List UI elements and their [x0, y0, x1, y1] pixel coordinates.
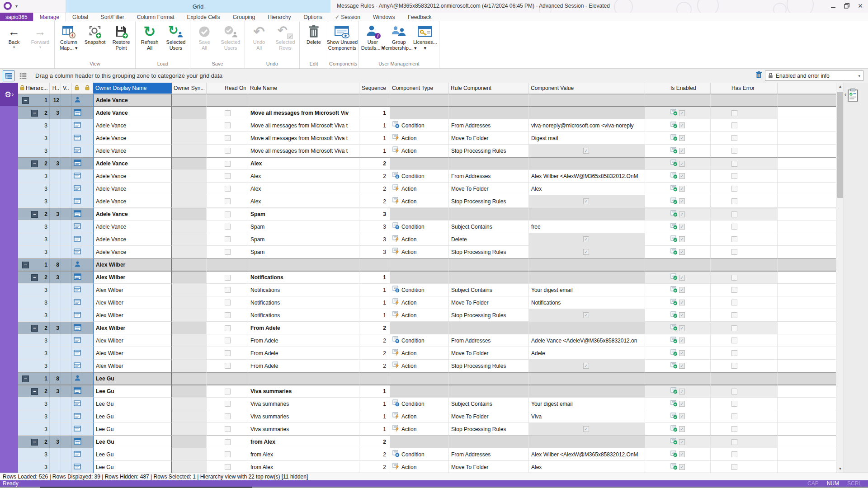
empty-checkbox[interactable]	[731, 249, 737, 255]
jobs-panel-collapsed[interactable]	[0, 83, 18, 473]
checked-checkbox[interactable]: ✓	[679, 300, 685, 305]
empty-checkbox[interactable]	[731, 122, 737, 128]
checked-checkbox[interactable]: ✓	[679, 148, 685, 154]
quick-access-caret-icon[interactable]: ▾	[15, 4, 18, 9]
collapse-toggle[interactable]: −	[22, 262, 29, 268]
empty-checkbox[interactable]	[731, 275, 737, 281]
checked-checkbox[interactable]: ✓	[679, 401, 685, 407]
restore-button[interactable]	[840, 0, 854, 12]
checked-checkbox[interactable]: ✓	[679, 451, 685, 457]
empty-checkbox[interactable]	[225, 211, 231, 217]
empty-checkbox[interactable]	[731, 211, 737, 217]
column-header-v-[interactable]: V..	[61, 83, 72, 94]
column-header-owner-display-name[interactable]: Owner Display Name	[93, 83, 172, 94]
collapse-toggle[interactable]: −	[31, 325, 38, 332]
column-header-owner-syn-[interactable]: Owner Syn...	[172, 83, 207, 94]
grid-row-level3[interactable]: 3Adele VanceMove all messages from Micro…	[18, 145, 836, 157]
empty-checkbox[interactable]	[225, 275, 231, 281]
grid-row-level1[interactable]: −112Adele Vance	[18, 94, 836, 107]
collapse-toggle[interactable]: −	[31, 160, 38, 167]
tab-hierarchy[interactable]: Hierarchy	[261, 13, 297, 21]
empty-checkbox[interactable]	[225, 249, 231, 255]
empty-checkbox[interactable]	[731, 451, 737, 457]
tab-options[interactable]: Options	[297, 13, 329, 21]
minimize-button[interactable]	[826, 0, 840, 12]
scroll-down-icon[interactable]: ▼	[836, 465, 844, 473]
checked-checkbox[interactable]: ✓	[679, 287, 685, 293]
empty-checkbox[interactable]	[731, 135, 737, 141]
view-filter-dropdown[interactable]: Enabled and error info ▾	[765, 70, 863, 81]
empty-checkbox[interactable]	[731, 161, 737, 167]
background-jobs-icon[interactable]: ⚙ ›	[0, 83, 18, 106]
collapse-toggle[interactable]: −	[31, 211, 38, 218]
empty-checkbox[interactable]	[731, 413, 737, 419]
refresh-selected-users-button[interactable]: ↻SelectedUsers	[163, 22, 189, 51]
empty-checkbox[interactable]	[225, 287, 231, 293]
empty-checkbox[interactable]	[731, 287, 737, 293]
restore-point-button[interactable]: RestorePoint	[108, 22, 134, 51]
empty-checkbox[interactable]	[731, 363, 737, 369]
grid-row-level2[interactable]: −23Alex WilberNotifications1✓	[18, 271, 836, 284]
tab-grouping[interactable]: Grouping	[226, 13, 261, 21]
tab-feedback[interactable]: Feedback	[401, 13, 438, 21]
empty-checkbox[interactable]	[225, 161, 231, 167]
collapse-toggle[interactable]: −	[22, 375, 29, 382]
checked-checkbox[interactable]: ✓	[679, 249, 685, 255]
checked-checkbox[interactable]: ✓	[679, 110, 685, 116]
clipboard-panel-collapsed[interactable]: ‹	[844, 83, 868, 473]
empty-checkbox[interactable]	[225, 439, 231, 445]
flat-view-toggle-icon[interactable]	[17, 70, 29, 81]
grid-row-level3[interactable]: 3Lee GuViva summaries1ConditionSubject C…	[18, 398, 836, 410]
checked-checkbox[interactable]: ✓	[679, 198, 685, 204]
checked-checkbox[interactable]: ✓	[583, 249, 589, 255]
checked-checkbox[interactable]: ✓	[679, 173, 685, 179]
checked-checkbox[interactable]: ✓	[679, 236, 685, 242]
empty-checkbox[interactable]	[731, 110, 737, 116]
empty-checkbox[interactable]	[225, 312, 231, 318]
collapse-toggle[interactable]: −	[22, 97, 29, 104]
empty-checkbox[interactable]	[731, 325, 737, 331]
scrollbar-thumb[interactable]	[837, 92, 843, 198]
empty-checkbox[interactable]	[731, 198, 737, 204]
column-header-s[interactable]: S	[83, 83, 93, 94]
tab-windows[interactable]: Windows	[367, 13, 401, 21]
tab-column-format[interactable]: Column Format	[131, 13, 181, 21]
empty-checkbox[interactable]	[225, 401, 231, 407]
empty-checkbox[interactable]	[225, 173, 231, 179]
empty-checkbox[interactable]	[225, 135, 231, 141]
checked-checkbox[interactable]: ✓	[679, 224, 685, 230]
empty-checkbox[interactable]	[225, 122, 231, 128]
column-header-read-only[interactable]: Read Only	[207, 83, 248, 94]
checked-checkbox[interactable]: ✓	[679, 413, 685, 419]
checked-checkbox[interactable]: ✓	[583, 312, 589, 318]
grid-row-level3[interactable]: 3Alex WilberNotifications1ConditionSubje…	[18, 284, 836, 296]
empty-checkbox[interactable]	[731, 236, 737, 242]
delete-button[interactable]: Delete	[301, 22, 327, 45]
empty-checkbox[interactable]	[225, 325, 231, 331]
grid-row-level3[interactable]: 3Adele VanceMove all messages from Micro…	[18, 119, 836, 132]
empty-checkbox[interactable]	[731, 350, 737, 356]
collapse-toggle[interactable]: −	[31, 439, 38, 446]
checked-checkbox[interactable]: ✓	[583, 363, 589, 369]
checked-checkbox[interactable]: ✓	[679, 464, 685, 470]
checked-checkbox[interactable]: ✓	[679, 325, 685, 331]
collapse-toggle[interactable]: −	[31, 274, 38, 281]
grid-row-level3[interactable]: 3Alex WilberNotifications1ActionStop Pro…	[18, 309, 836, 322]
scroll-up-icon[interactable]: ▲	[836, 83, 844, 90]
contextual-tab-grid[interactable]: Grid	[66, 0, 330, 14]
grid-row-level3[interactable]: 3Alex WilberNotifications1ActionMove To …	[18, 296, 836, 309]
checked-checkbox[interactable]: ✓	[679, 338, 685, 343]
empty-checkbox[interactable]	[225, 300, 231, 305]
grid-row-level2[interactable]: −23Alex WilberFrom Adele2✓	[18, 322, 836, 334]
checked-checkbox[interactable]: ✓	[583, 198, 589, 204]
grid-row-level3[interactable]: 3Adele VanceAlex2ConditionFrom Addresses…	[18, 170, 836, 183]
empty-checkbox[interactable]	[731, 389, 737, 394]
column-map-button[interactable]: ColumnMap... ▾	[56, 22, 82, 51]
grid-row-level3[interactable]: 3Lee Gufrom Alex2ConditionFrom Addresses…	[18, 448, 836, 461]
grid-row-level3[interactable]: 3Lee GuViva summaries1ActionMove To Fold…	[18, 410, 836, 423]
clear-filter-icon[interactable]	[755, 71, 762, 81]
empty-checkbox[interactable]	[731, 312, 737, 318]
grid-row-level3[interactable]: 3Alex WilberFrom Adele2ActionMove To Fol…	[18, 347, 836, 360]
grid-row-level2[interactable]: −23Lee GuViva summaries1✓	[18, 385, 836, 398]
grid-row-level3[interactable]: 3Adele VanceSpam3ConditionSubject Contai…	[18, 221, 836, 233]
